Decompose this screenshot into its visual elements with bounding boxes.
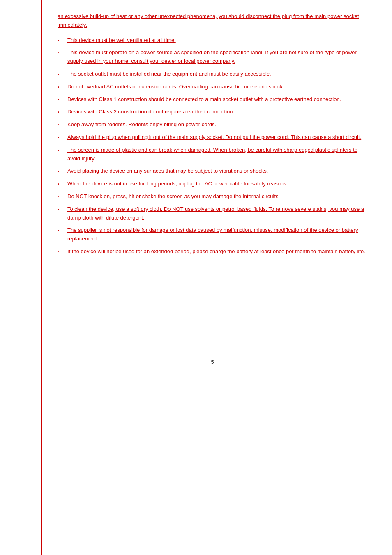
content-area: an excessive build-up of heat or any oth…: [49, 12, 367, 365]
list-item-text: When the device is not in use for long p…: [67, 180, 367, 188]
list-item-text: Always hold the plug when pulling it out…: [67, 133, 367, 142]
bullet-symbol: ▪: [58, 83, 65, 91]
bullet-symbol: ▪: [58, 37, 65, 44]
list-item: ▪If the device will not be used for an e…: [58, 247, 367, 256]
list-item: ▪The supplier is not responsible for dam…: [58, 226, 367, 243]
list-item: ▪This device must operate on a power sou…: [58, 49, 367, 66]
bullet-symbol: ▪: [58, 206, 65, 213]
list-item-text: The supplier is not responsible for dama…: [67, 226, 367, 243]
list-item: ▪Always hold the plug when pulling it ou…: [58, 133, 367, 142]
bullet-symbol: ▪: [58, 180, 65, 188]
list-item-text: If the device will not be used for an ex…: [67, 247, 367, 256]
bullet-symbol: ▪: [58, 134, 65, 141]
bullet-symbol: ▪: [58, 227, 65, 234]
list-item: ▪Keep away from rodents. Rodents enjoy b…: [58, 120, 367, 129]
bullet-symbol: ▪: [58, 168, 65, 175]
list-item: ▪Devices with Class 1 construction shoul…: [58, 95, 367, 104]
list-item: ▪Do NOT knock on, press, hit or shake th…: [58, 192, 367, 201]
page-container: an excessive build-up of heat or any oth…: [0, 0, 392, 555]
list-item-text: Devices with Class 2 construction do not…: [67, 108, 367, 116]
intro-text: an excessive build-up of heat or any oth…: [58, 12, 367, 30]
list-item: ▪This device must be well ventilated at …: [58, 36, 367, 45]
list-item-text: The screen is made of plastic and can br…: [67, 146, 367, 163]
bullet-symbol: ▪: [58, 109, 65, 116]
spacer: [58, 260, 367, 342]
bullet-symbol: ▪: [58, 49, 65, 57]
list-item-text: Keep away from rodents. Rodents enjoy bi…: [67, 120, 367, 129]
list-item-text: This device must operate on a power sour…: [67, 49, 367, 66]
list-item-text: The socket outlet must be installed near…: [67, 70, 367, 79]
list-item-text: Do not overload AC outlets or extension …: [67, 83, 367, 91]
bullet-symbol: ▪: [58, 71, 65, 78]
list-item: ▪Avoid placing the device on any surface…: [58, 167, 367, 176]
list-item-text: This device must be well ventilated at a…: [67, 36, 367, 45]
bullet-symbol: ▪: [58, 121, 65, 129]
list-item: ▪The socket outlet must be installed nea…: [58, 70, 367, 79]
list-item: ▪Devices with Class 2 construction do no…: [58, 108, 367, 116]
bullet-symbol: ▪: [58, 96, 65, 104]
bullet-symbol: ▪: [58, 193, 65, 201]
page-number: 5: [58, 359, 367, 365]
list-item: ▪Do not overload AC outlets or extension…: [58, 83, 367, 91]
list-item-text: Avoid placing the device on any surfaces…: [67, 167, 367, 176]
list-item: ▪The screen is made of plastic and can b…: [58, 146, 367, 163]
bullet-symbol: ▪: [58, 248, 65, 256]
bullet-symbol: ▪: [58, 147, 65, 154]
list-item-text: Do NOT knock on, press, hit or shake the…: [67, 192, 367, 201]
left-border: [41, 0, 42, 555]
list-item-text: To clean the device, use a soft dry clot…: [67, 205, 367, 222]
list-item-text: Devices with Class 1 construction should…: [67, 95, 367, 104]
list-item: ▪To clean the device, use a soft dry clo…: [58, 205, 367, 222]
list-item: ▪When the device is not in use for long …: [58, 180, 367, 188]
bullet-list: ▪This device must be well ventilated at …: [58, 36, 367, 256]
